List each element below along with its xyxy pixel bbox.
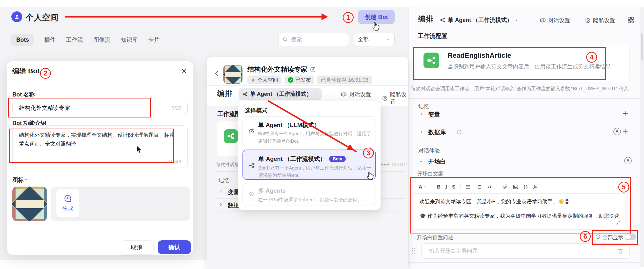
- layout-grid-icon[interactable]: [627, 16, 634, 24]
- chevron-right-icon[interactable]: [419, 112, 424, 116]
- divider: [409, 27, 640, 27]
- mode-item-title: 多 Agents: [258, 187, 286, 194]
- database-row[interactable]: 数据库: [428, 129, 446, 136]
- workflow-icon: [248, 162, 254, 169]
- divider: [416, 125, 633, 125]
- chevron-right-icon[interactable]: [219, 202, 223, 207]
- opening-row[interactable]: 开场白: [428, 158, 446, 165]
- tab-imageflow[interactable]: 图像流: [93, 36, 110, 44]
- annotation-2: 2: [40, 68, 51, 79]
- annotation-3: 3: [363, 148, 374, 158]
- annotation-box-workflow: [413, 47, 606, 80]
- trash-icon[interactable]: [617, 248, 624, 254]
- search-input[interactable]: [291, 36, 341, 43]
- generate-label: 生成: [62, 205, 73, 212]
- name-counter: 9/20: [172, 105, 182, 111]
- published-badge: 已发布: [284, 75, 314, 84]
- mode-item-multi-agents[interactable]: 多 Agents 在一个Bot中设置多个Agent，以处理复杂的逻辑。: [242, 183, 376, 206]
- preset-question-field[interactable]: [421, 243, 630, 259]
- bot-title: 结构化外文精读专家: [248, 66, 316, 73]
- agent-mode-dropdown[interactable]: 单 Agent （工作流模式）: [440, 16, 518, 24]
- required-mark: *: [36, 93, 38, 97]
- auto-a-icon[interactable]: A: [614, 128, 621, 135]
- divider: [216, 211, 405, 212]
- chat-experience-label: 对话体验: [418, 148, 440, 154]
- close-icon[interactable]: [181, 68, 188, 74]
- divider: [207, 85, 408, 86]
- annotation-arrowhead-1: [322, 13, 332, 20]
- orchestrate-title: 编排: [418, 15, 433, 23]
- chevron-down-icon[interactable]: [419, 159, 423, 164]
- annotation-5: 5: [618, 182, 629, 193]
- back-icon[interactable]: [213, 70, 220, 77]
- workflow-config-label: 工作流配置: [418, 32, 448, 39]
- annotation-box-name: [8, 98, 151, 117]
- book-band-art: [16, 200, 44, 209]
- add-variable-icon[interactable]: [622, 110, 629, 117]
- bot-editor-window: 结构化外文精读专家 个人空间 已发布 已自动保存 16:51:08 编排 单 A…: [207, 57, 408, 269]
- required-mark: *: [25, 178, 27, 183]
- person-icon: [251, 78, 255, 82]
- preset-question-input[interactable]: [428, 248, 602, 255]
- search-icon: [282, 36, 288, 42]
- add-database-icon[interactable]: [622, 128, 629, 135]
- mode-item-desc: Bot中只有一个Agent，用户与大模型进行对话，适用于逻辑较为简单的Bot。: [258, 130, 372, 145]
- annotation-6: 6: [580, 231, 591, 242]
- privacy-icon: [585, 17, 591, 24]
- workflow-icon: [242, 92, 248, 97]
- tab-knowledge[interactable]: 知识库: [121, 36, 138, 44]
- filter-select[interactable]: 全部: [354, 33, 394, 46]
- autosave-badge: 已自动保存 16:51:08: [317, 75, 372, 84]
- tab-cards[interactable]: 卡片: [148, 36, 160, 44]
- privacy-settings-button[interactable]: 隐私设置: [382, 91, 408, 106]
- workflow-green-icon: [224, 129, 238, 143]
- scrollbar-thumb[interactable]: [641, 33, 643, 60]
- divider: [409, 262, 640, 263]
- chevron-right-icon[interactable]: [219, 189, 223, 193]
- tab-workflow[interactable]: 工作流: [66, 36, 83, 44]
- search-box[interactable]: [278, 33, 349, 46]
- workflow-icon: [440, 17, 446, 23]
- workspace-avatar[interactable]: [11, 11, 22, 22]
- bot-name-label: Bot 名称*: [12, 91, 38, 98]
- annotation-4: 4: [586, 52, 597, 63]
- arrow-cursor: [136, 145, 143, 154]
- cancel-button[interactable]: 取消: [120, 240, 154, 255]
- preset-questions-label: 开场白预置问题: [417, 235, 453, 240]
- confirm-button[interactable]: 确认: [158, 240, 191, 254]
- mode-item-llm[interactable]: 单 Agent （LLM模式） Bot中只有一个Agent，用户与大模型进行对话…: [242, 116, 376, 146]
- privacy-settings-button[interactable]: 隐私设置: [585, 17, 615, 24]
- bot-icon-preview[interactable]: [12, 187, 47, 221]
- edit-icon[interactable]: [310, 67, 316, 72]
- drag-handle-icon[interactable]: [412, 247, 415, 254]
- chat-settings-icon: [540, 17, 546, 24]
- orchestrate-title: 编排: [217, 89, 232, 98]
- annotation-box-toggle: [592, 230, 638, 245]
- memory-label: 记忆: [418, 103, 429, 109]
- ai-bubble-icon: AI: [64, 194, 72, 203]
- tab-bar: Bots 插件 工作流 图像流 知识库 卡片: [11, 34, 160, 46]
- chat-settings-button[interactable]: 对话设置: [341, 91, 371, 98]
- chevron-right-icon[interactable]: [419, 130, 424, 134]
- bot-badges: 个人空间 已发布 已自动保存 16:51:08: [248, 75, 372, 84]
- dialog-title: 编辑 Bot: [12, 67, 40, 75]
- workspace-badge: 个人空间: [248, 75, 282, 84]
- auto-a-icon[interactable]: A: [624, 157, 632, 164]
- mode-item-workflow[interactable]: 单 Agent （工作流模式） Beta Bot中只有一个Agent，用户与工作…: [242, 150, 376, 180]
- icon-generate-zone: AI 生成: [50, 187, 190, 221]
- filter-value: 全部: [358, 36, 369, 43]
- tab-bots[interactable]: Bots: [11, 34, 34, 46]
- screen: 个人空间 创建 Bot Bots 插件 工作流 图像流 知识库 卡片 全部 编辑…: [0, 0, 644, 269]
- tab-plugins[interactable]: 插件: [44, 36, 56, 44]
- divider: [409, 98, 640, 99]
- repeat-1-icon: [248, 128, 254, 134]
- bot-avatar: [223, 65, 242, 84]
- layers-icon: [248, 191, 254, 198]
- info-icon: [456, 129, 462, 135]
- chat-settings-button[interactable]: 对话设置: [540, 17, 570, 24]
- workflow-note: 每次对话都会调用该工作流，用户"本轮对话输入"会作为工作流的输入参数 “BOT_…: [411, 86, 628, 92]
- agent-mode-dropdown[interactable]: 单 Agent （工作流模式）: [238, 88, 322, 100]
- annotation-box-desc: [10, 129, 174, 163]
- variable-row[interactable]: 变量: [428, 111, 440, 118]
- ai-generate-button[interactable]: AI 生成: [56, 189, 80, 217]
